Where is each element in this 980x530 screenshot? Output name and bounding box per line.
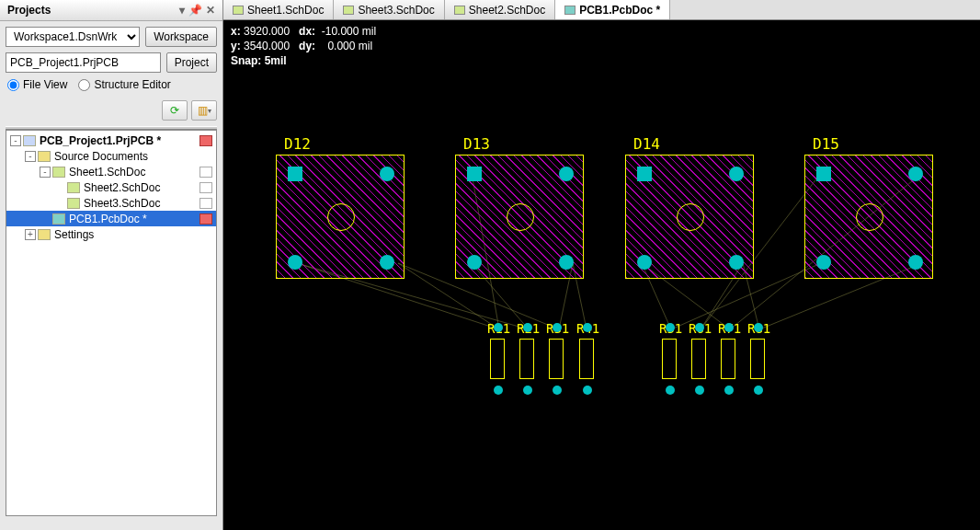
component-D15[interactable]: D15 bbox=[804, 155, 933, 279]
pad[interactable] bbox=[380, 167, 394, 181]
component-R11[interactable]: R11 bbox=[490, 339, 505, 379]
structure-editor-radio[interactable]: Structure Editor bbox=[78, 78, 170, 91]
tree-item[interactable]: Sheet3.SchDoc bbox=[6, 195, 216, 211]
status-icon bbox=[199, 167, 212, 178]
designator-label: D12 bbox=[284, 135, 311, 153]
file-icon bbox=[52, 213, 65, 225]
tree-item[interactable]: -Sheet1.SchDoc bbox=[6, 164, 216, 179]
pad[interactable] bbox=[494, 323, 503, 332]
component-R21[interactable]: R21 bbox=[519, 339, 534, 379]
tree-item[interactable]: -PCB_Project1.PrjPCB * bbox=[6, 132, 216, 148]
tree-label: PCB_Project1.PrjPCB * bbox=[40, 134, 165, 147]
tree-item[interactable]: Sheet2.SchDoc bbox=[6, 179, 216, 195]
project-field[interactable] bbox=[6, 52, 161, 73]
document-tab[interactable]: Sheet2.SchDoc bbox=[445, 0, 555, 19]
coordinate-readout: x: 3920.000 dx: -10.000 mil y: 3540.000 … bbox=[223, 20, 980, 72]
ratsnest-wires bbox=[223, 72, 980, 530]
pad[interactable] bbox=[467, 255, 482, 270]
pad[interactable] bbox=[908, 255, 923, 270]
pad[interactable] bbox=[583, 323, 592, 332]
pad[interactable] bbox=[494, 386, 503, 395]
tab-icon bbox=[454, 6, 465, 15]
file-view-radio[interactable]: File View bbox=[7, 78, 67, 91]
status-icon bbox=[199, 135, 212, 146]
pad[interactable] bbox=[288, 255, 302, 270]
component-R31[interactable]: R31 bbox=[549, 339, 564, 379]
editor-area: Sheet1.SchDocSheet3.SchDocSheet2.SchDocP… bbox=[223, 0, 980, 530]
pad[interactable] bbox=[695, 386, 704, 395]
document-tab[interactable]: PCB1.PcbDoc * bbox=[555, 0, 670, 19]
tab-label: Sheet3.SchDoc bbox=[358, 4, 434, 17]
pad[interactable] bbox=[559, 255, 574, 270]
pad[interactable] bbox=[724, 323, 734, 332]
file-icon bbox=[67, 182, 80, 193]
tree-label: Sheet3.SchDoc bbox=[84, 197, 164, 210]
tree-label: Sheet2.SchDoc bbox=[84, 181, 164, 194]
component-R51[interactable]: R51 bbox=[662, 339, 677, 379]
pad[interactable] bbox=[583, 386, 592, 395]
tab-label: Sheet1.SchDoc bbox=[247, 4, 324, 17]
status-icon bbox=[199, 198, 212, 209]
component-D14[interactable]: D14 bbox=[625, 155, 754, 279]
pad[interactable] bbox=[637, 255, 652, 270]
pin-icon[interactable]: 📌 bbox=[188, 4, 202, 17]
panel-header: Projects ▾ 📌 ✕ bbox=[0, 0, 222, 21]
component-R81[interactable]: R81 bbox=[750, 339, 765, 379]
tree-expander[interactable]: - bbox=[10, 135, 21, 146]
panel-title-text: Projects bbox=[7, 4, 51, 17]
refresh-button[interactable]: ⟳ bbox=[162, 100, 188, 121]
tree-label: Settings bbox=[54, 228, 97, 241]
dropdown-icon[interactable]: ▾ bbox=[179, 4, 185, 17]
workspace-select[interactable]: Workspace1.DsnWrk bbox=[6, 27, 140, 47]
component-R71[interactable]: R71 bbox=[721, 339, 735, 379]
tree-expander[interactable]: - bbox=[25, 151, 36, 162]
tree-label: Source Documents bbox=[54, 150, 152, 163]
pad[interactable] bbox=[553, 323, 562, 332]
pad[interactable] bbox=[523, 386, 532, 395]
pad[interactable] bbox=[666, 386, 675, 395]
document-tab[interactable]: Sheet3.SchDoc bbox=[334, 0, 444, 19]
pad[interactable] bbox=[754, 323, 763, 332]
tree-item[interactable]: PCB1.PcbDoc * bbox=[6, 211, 216, 226]
options-button[interactable]: ▥▾ bbox=[191, 100, 217, 121]
pad[interactable] bbox=[729, 167, 744, 181]
designator-label: D13 bbox=[463, 135, 490, 153]
pad[interactable] bbox=[637, 167, 652, 181]
project-tree[interactable]: -PCB_Project1.PrjPCB *-Source Documents-… bbox=[6, 130, 217, 516]
status-icon bbox=[199, 182, 212, 193]
pcb-canvas[interactable]: D12D13D14D15R11R21R31R41R51R61R71R81 bbox=[223, 72, 980, 530]
component-D12[interactable]: D12 bbox=[276, 155, 405, 279]
tree-item[interactable]: -Source Documents bbox=[6, 148, 216, 164]
pad[interactable] bbox=[724, 386, 734, 395]
pad[interactable] bbox=[816, 255, 831, 270]
pad[interactable] bbox=[553, 386, 562, 395]
tree-expander[interactable]: - bbox=[40, 167, 51, 178]
pad[interactable] bbox=[908, 167, 923, 181]
component-D13[interactable]: D13 bbox=[455, 155, 584, 279]
component-R61[interactable]: R61 bbox=[691, 339, 706, 379]
tree-item[interactable]: +Settings bbox=[6, 226, 216, 242]
file-icon bbox=[67, 198, 80, 209]
pad[interactable] bbox=[695, 323, 704, 332]
pad[interactable] bbox=[523, 323, 532, 332]
close-panel-icon[interactable]: ✕ bbox=[206, 4, 215, 17]
tab-icon bbox=[233, 6, 244, 15]
pad[interactable] bbox=[467, 167, 482, 181]
pad[interactable] bbox=[816, 167, 831, 181]
designator-label: D15 bbox=[813, 135, 839, 153]
component-R41[interactable]: R41 bbox=[579, 339, 594, 379]
tree-expander[interactable]: + bbox=[25, 229, 36, 240]
pad[interactable] bbox=[729, 255, 744, 270]
file-icon bbox=[52, 167, 65, 178]
pad[interactable] bbox=[754, 386, 763, 395]
pad[interactable] bbox=[559, 167, 574, 181]
pad[interactable] bbox=[288, 167, 302, 181]
pad[interactable] bbox=[380, 255, 394, 270]
workspace-button[interactable]: Workspace bbox=[145, 27, 217, 47]
project-button[interactable]: Project bbox=[166, 52, 217, 73]
tab-icon bbox=[564, 6, 575, 15]
folder-icon: ▥ bbox=[198, 104, 208, 117]
projects-panel: Projects ▾ 📌 ✕ Workspace1.DsnWrk Workspa… bbox=[0, 0, 223, 530]
document-tab[interactable]: Sheet1.SchDoc bbox=[223, 0, 334, 19]
pad[interactable] bbox=[666, 323, 675, 332]
